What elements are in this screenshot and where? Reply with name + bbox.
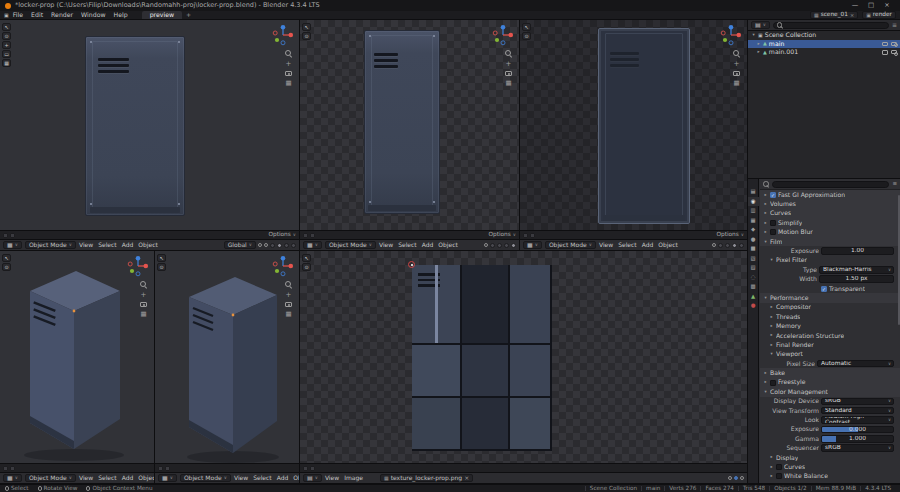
shading-solid-icon[interactable] (277, 243, 282, 248)
snap-magnet-icon[interactable] (712, 243, 716, 247)
expand-arrow-icon[interactable]: ▸ (763, 193, 768, 197)
checkbox[interactable] (776, 473, 782, 479)
menu-item[interactable]: Object (138, 475, 154, 481)
panel-fast-gi-approximation[interactable]: ▸ ✓ Fast GI Approximation (760, 190, 900, 199)
viewport-3d-material[interactable]: ↖⊙ + ▦ (520, 20, 747, 250)
overlay-toggle-icon[interactable] (734, 476, 738, 480)
filter-icon[interactable]: ≡ (892, 181, 897, 187)
checkbox[interactable]: ✓ (770, 192, 776, 198)
panel-final-render[interactable]: ▸ Final Render (760, 340, 900, 349)
shading-rendered-icon[interactable] (739, 243, 744, 248)
menu-item[interactable]: Select (618, 242, 637, 248)
orthographic-toggle-icon[interactable]: ▦ (285, 80, 291, 86)
tool-option-icon[interactable] (165, 466, 170, 471)
active-tool-icon[interactable] (158, 466, 163, 471)
panel-curves[interactable]: ▸ Curves (760, 209, 900, 218)
properties-tab[interactable]: ■ (748, 244, 759, 254)
editor-type-button[interactable]: ▦∨ (523, 241, 542, 249)
panel-compositor[interactable]: ▸ Compositor (760, 303, 900, 312)
minimize-button[interactable]: — (847, 2, 863, 9)
panel-freestyle[interactable]: ▸ Freestyle (760, 378, 900, 387)
menu-item[interactable]: Select (98, 242, 117, 248)
move-view-icon[interactable]: + (506, 61, 512, 67)
expand-arrow-icon[interactable]: ▸ (763, 380, 768, 384)
expand-arrow-icon[interactable]: ▾ (769, 258, 774, 262)
panel-pixel-filter[interactable]: ▾ Pixel Filter (760, 256, 900, 265)
shading-material-icon[interactable] (504, 243, 509, 248)
viewport-visibility-icon[interactable] (882, 42, 888, 47)
options-dropdown[interactable]: Options (268, 232, 290, 238)
view-transform-dropdown[interactable]: Standard∨ (821, 407, 894, 415)
shading-wireframe-icon[interactable] (270, 243, 275, 248)
tool-button[interactable]: ↖ (2, 254, 11, 262)
cm-exposure-slider[interactable]: 0.000 (821, 426, 894, 434)
properties-tab[interactable]: ▩ (748, 282, 759, 292)
uv-image-editor[interactable]: ↖⊙ ▤∨ Vie (300, 251, 747, 483)
menu-item[interactable]: Add (122, 242, 134, 248)
display-device-dropdown[interactable]: sRGB∨ (821, 398, 894, 406)
properties-tab[interactable]: ▧ (748, 254, 759, 264)
expand-arrow-icon[interactable]: ▾ (751, 33, 756, 37)
viewport-3d-render-canvas[interactable]: ↖⊙ + ▦ (300, 20, 519, 230)
viewport-3d-persp-right[interactable]: ↖⊙ + ▦ (155, 251, 299, 483)
exposure-value-slider[interactable]: 1.00 (821, 247, 894, 255)
expand-arrow-icon[interactable]: ▸ (763, 211, 768, 215)
outliner-row-main[interactable]: ▸ ▲ main (748, 40, 900, 49)
expand-arrow-icon[interactable]: ▾ (763, 390, 768, 394)
transform-orientation-dropdown[interactable]: Global∨ (224, 241, 256, 249)
checkbox[interactable] (776, 464, 782, 470)
orthographic-toggle-icon[interactable]: ▦ (733, 80, 739, 86)
sidebar-toggle-icon[interactable] (740, 476, 744, 480)
menu-item[interactable]: View (79, 242, 93, 248)
sequencer-dropdown[interactable]: sRGB∨ (821, 444, 894, 452)
render-visibility-icon[interactable] (891, 42, 897, 46)
expand-arrow-icon[interactable]: ▾ (769, 352, 774, 356)
menu-item[interactable]: View (379, 242, 393, 248)
viewport-visibility-icon[interactable] (882, 50, 888, 55)
menu-item[interactable]: Select (398, 242, 417, 248)
menu-item[interactable]: Select (253, 475, 272, 481)
expand-arrow-icon[interactable]: ▸ (763, 202, 768, 206)
panel-use-curves[interactable]: ▸ Curves (760, 462, 900, 471)
view-layer-selector[interactable]: ▣ render (862, 11, 896, 19)
mode-dropdown[interactable]: Object Mode∨ (545, 241, 596, 249)
expand-arrow-icon[interactable]: ▾ (763, 240, 768, 244)
menu-item[interactable]: View (234, 475, 248, 481)
panel-threads[interactable]: ▸ Threads (760, 312, 900, 321)
active-tool-icon[interactable] (523, 233, 528, 238)
tool-option-icon[interactable] (10, 233, 15, 238)
navigation-gizmo[interactable] (272, 255, 294, 277)
filter-icon[interactable]: ≡ (892, 22, 897, 28)
tool-option-icon[interactable] (310, 466, 315, 471)
properties-tab[interactable]: ● (748, 235, 759, 245)
pixel-filter-type-dropdown[interactable]: Blackman-Harris∨ (819, 266, 894, 274)
viewport-3d-persp-left-canvas[interactable]: ↖⊙ + ▦ (0, 251, 154, 463)
menu-item[interactable]: Image (344, 475, 363, 481)
tool-button[interactable]: ⊙ (302, 32, 311, 40)
expand-arrow-icon[interactable]: ▸ (763, 221, 768, 225)
panel-motion-blur[interactable]: ▸ Motion Blur (760, 228, 900, 237)
cursor-2d[interactable] (408, 261, 415, 268)
tool-button[interactable]: ↖ (302, 254, 311, 262)
shading-rendered-icon[interactable] (511, 243, 516, 248)
scene-unlink-icon[interactable]: × (850, 13, 854, 18)
expand-arrow-icon[interactable]: ▸ (769, 455, 774, 459)
active-tool-icon[interactable] (3, 466, 8, 471)
panel-display[interactable]: ▸ Display (760, 453, 900, 462)
tool-button[interactable]: ↖ (2, 23, 11, 31)
menu-item[interactable]: Help (110, 12, 132, 18)
proportional-edit-icon[interactable] (264, 243, 268, 247)
camera-view-icon[interactable] (285, 71, 292, 76)
checkbox[interactable] (770, 229, 776, 235)
expand-arrow-icon[interactable]: ▸ (769, 324, 774, 328)
tool-button[interactable]: ▦ (2, 59, 11, 67)
shading-rendered-icon[interactable] (291, 243, 296, 248)
panel-viewport[interactable]: ▾ Viewport (760, 350, 900, 359)
properties-tab[interactable]: ◉ (748, 197, 759, 207)
render-visibility-icon[interactable] (891, 50, 897, 54)
transparent-checkbox[interactable]: ✓ (821, 286, 827, 292)
tool-button[interactable]: + (2, 41, 11, 49)
editor-type-button[interactable]: ▦∨ (158, 474, 177, 482)
viewport-3d-front[interactable]: ↖⊙+▭▦ + ▦ (0, 20, 299, 250)
viewport-3d-material-canvas[interactable]: ↖⊙ + ▦ (520, 20, 747, 230)
